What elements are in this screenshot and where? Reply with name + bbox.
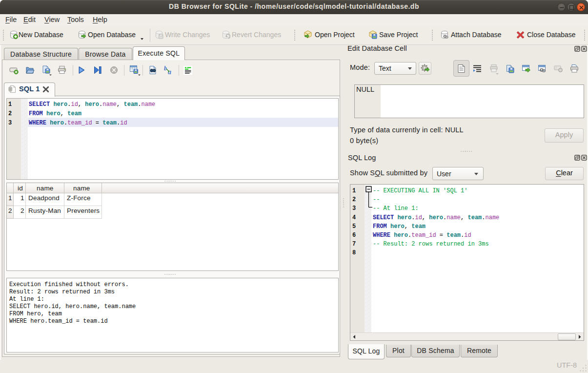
svg-text:b: b <box>164 65 167 72</box>
